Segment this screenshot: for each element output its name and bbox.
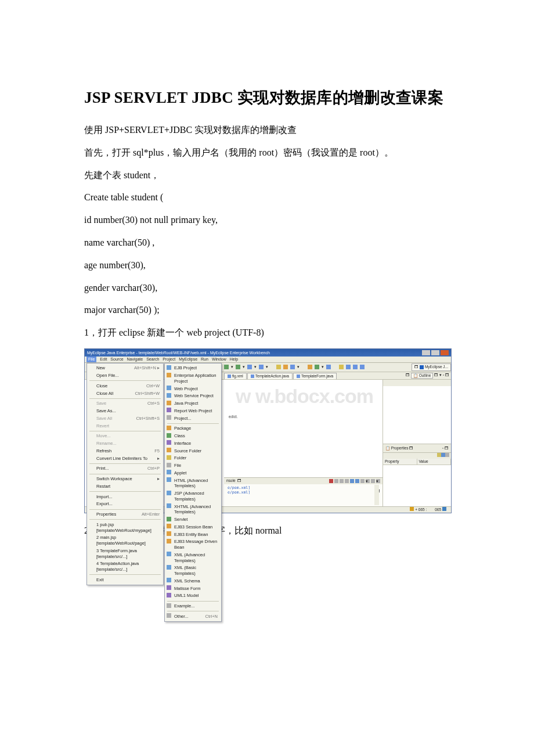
new-menu-item[interactable]: Report Web Project bbox=[165, 407, 221, 415]
perspective-button[interactable]: 🗖 MyEclipse J... bbox=[412, 363, 451, 370]
toolbar-icon[interactable] bbox=[346, 365, 351, 369]
toolbar-icon[interactable] bbox=[276, 365, 281, 369]
menubar-item-navigate[interactable]: Navigate bbox=[127, 357, 143, 362]
new-menu-item[interactable]: File bbox=[165, 462, 221, 470]
new-menu-item[interactable]: EJB3 Entity Bean bbox=[165, 531, 221, 538]
file-menu-item[interactable]: Print...Ctrl+P bbox=[87, 465, 163, 473]
new-submenu[interactable]: EJB ProjectEnterprise Application Projec… bbox=[164, 363, 222, 622]
editor-tab[interactable]: fig.xml bbox=[224, 373, 247, 379]
new-menu-item[interactable]: Matisse Form bbox=[165, 585, 221, 592]
file-menu-item[interactable]: Close AllCtrl+Shift+W bbox=[87, 390, 163, 397]
new-menu-item[interactable]: EJB3 Message Driven Bean bbox=[165, 538, 221, 552]
menubar-item-run[interactable]: Run bbox=[201, 357, 208, 362]
new-menu-item[interactable]: Source Folder bbox=[165, 447, 221, 455]
new-menu-item[interactable]: HTML (Advanced Templates) bbox=[165, 477, 221, 490]
console-tool-icon[interactable] bbox=[345, 479, 349, 483]
stop-icon[interactable] bbox=[329, 479, 333, 483]
para-6: name varchar(50) , bbox=[84, 236, 450, 250]
toolbar-icon[interactable] bbox=[308, 365, 312, 369]
file-menu-item[interactable]: 2 main.jsp [template/WebRoot/page] bbox=[87, 534, 163, 548]
file-menu-item: Move... bbox=[87, 433, 163, 440]
file-menu-item[interactable]: Import... bbox=[87, 493, 163, 501]
toolbar-icon[interactable] bbox=[360, 365, 365, 369]
file-menu-item[interactable]: Export... bbox=[87, 501, 163, 508]
close-icon[interactable] bbox=[441, 350, 449, 355]
new-menu-item[interactable]: XML (Advanced Templates) bbox=[165, 551, 221, 564]
console-tool-icon[interactable] bbox=[360, 479, 365, 483]
new-menu-item[interactable]: Java Project bbox=[165, 400, 221, 408]
menubar-item-edit[interactable]: Edit bbox=[100, 357, 107, 362]
properties-body bbox=[383, 465, 451, 506]
new-menu-item[interactable]: Enterprise Application Project bbox=[165, 372, 221, 386]
new-menu-item[interactable]: Servlet bbox=[165, 516, 221, 524]
new-menu-item[interactable]: XML Schema bbox=[165, 577, 221, 585]
toolbar-icon[interactable] bbox=[247, 365, 252, 369]
console-tool-icon[interactable] bbox=[340, 479, 344, 483]
scrollbar[interactable] bbox=[374, 485, 379, 505]
properties-tab[interactable]: Properties bbox=[391, 446, 409, 450]
console-panel: nsole 🗖 ▾ bbox=[224, 477, 383, 506]
outline-tab[interactable]: 📋 Outline bbox=[411, 373, 433, 379]
toolbar-icon[interactable] bbox=[339, 365, 344, 369]
menu-item-icon bbox=[167, 585, 171, 590]
file-menu-item[interactable]: 4 TemplateAction.java [template/src/...] bbox=[87, 560, 163, 574]
file-menu-item[interactable]: PropertiesAlt+Enter bbox=[87, 511, 163, 519]
new-menu-item[interactable]: XHTML (Advanced Templates) bbox=[165, 503, 221, 516]
new-menu-item[interactable]: EJB Project bbox=[165, 365, 221, 372]
file-menu-item[interactable]: Switch Workspace▸ bbox=[87, 476, 163, 483]
menubar-item-help[interactable]: Help bbox=[230, 357, 238, 362]
file-menu-item[interactable]: 1 pub.jsp [template/WebRoot/mypage] bbox=[87, 521, 163, 534]
new-menu-item[interactable]: Interface bbox=[165, 440, 221, 447]
menubar-item-project[interactable]: Project bbox=[163, 357, 175, 362]
menubar-item-source[interactable]: Source bbox=[110, 357, 123, 362]
toolbar-icon[interactable] bbox=[259, 365, 264, 369]
minimize-icon[interactable] bbox=[422, 350, 430, 355]
new-menu-item[interactable]: Web Service Project bbox=[165, 393, 221, 400]
file-menu-item: Revert bbox=[87, 422, 163, 430]
editor-tab[interactable]: TemplateForm.java bbox=[293, 373, 337, 379]
menubar-item-search[interactable]: Search bbox=[146, 357, 159, 362]
menubar-item-file[interactable]: File bbox=[86, 357, 96, 362]
file-menu-item[interactable]: 3 TemplateForm.java [template/src/...] bbox=[87, 547, 163, 560]
toolbar-icon[interactable] bbox=[353, 365, 358, 369]
new-menu-item[interactable]: Folder bbox=[165, 455, 221, 462]
file-icon bbox=[297, 375, 300, 378]
new-menu-item[interactable]: Project... bbox=[165, 415, 221, 422]
new-menu-item[interactable]: EJB3 Session Bean bbox=[165, 523, 221, 531]
new-menu-item[interactable]: XML (Basic Templates) bbox=[165, 564, 221, 578]
file-menu[interactable]: NewAlt+Shift+N ▸Open File...CloseCtrl+WC… bbox=[86, 363, 164, 585]
console-tool-icon[interactable] bbox=[334, 479, 338, 483]
console-tool-icon[interactable] bbox=[355, 479, 359, 483]
console-tool-icon[interactable] bbox=[350, 479, 354, 483]
file-menu-item[interactable]: Open File... bbox=[87, 372, 163, 380]
run-icon[interactable] bbox=[224, 365, 229, 369]
new-menu-item[interactable]: Class bbox=[165, 433, 221, 440]
toolbar-icon[interactable] bbox=[315, 365, 319, 369]
console-tool-icon[interactable] bbox=[371, 479, 375, 483]
toolbar-icon[interactable] bbox=[326, 365, 331, 369]
console-tab[interactable]: nsole bbox=[226, 478, 236, 483]
file-menu-item[interactable]: RefreshF5 bbox=[87, 447, 163, 455]
new-menu-item[interactable]: Example... bbox=[165, 603, 221, 610]
toolbar-icon[interactable] bbox=[290, 365, 295, 369]
file-menu-item[interactable]: Restart bbox=[87, 483, 163, 490]
menubar-item-window[interactable]: Window bbox=[212, 357, 226, 362]
debug-icon[interactable] bbox=[236, 365, 240, 369]
toolbar-icon[interactable] bbox=[283, 365, 288, 369]
file-menu-item[interactable]: NewAlt+Shift+N ▸ bbox=[87, 365, 163, 372]
new-menu-item[interactable]: Other...Ctrl+N bbox=[165, 613, 221, 620]
new-menu-item[interactable]: UML1 Model bbox=[165, 592, 221, 600]
new-menu-item[interactable]: Package bbox=[165, 425, 221, 433]
file-menu-item[interactable]: Exit bbox=[87, 576, 163, 584]
new-menu-item[interactable]: Web Project bbox=[165, 385, 221, 393]
file-menu-item[interactable]: Save As... bbox=[87, 408, 163, 415]
file-menu-item[interactable]: CloseCtrl+W bbox=[87, 382, 163, 390]
maximize-icon[interactable] bbox=[431, 350, 439, 355]
editor-tab[interactable]: TemplateAction.java bbox=[247, 373, 293, 379]
new-menu-item[interactable]: Applet bbox=[165, 469, 221, 477]
props-col-value: Value bbox=[417, 459, 452, 465]
file-menu-item[interactable]: Convert Line Delimiters To▸ bbox=[87, 455, 163, 462]
new-menu-item[interactable]: JSP (Advanced Templates) bbox=[165, 490, 221, 503]
menubar[interactable]: FileEditSourceNavigateSearchProjectMyEcl… bbox=[85, 357, 451, 363]
menubar-item-myeclipse[interactable]: MyEclipse bbox=[179, 357, 197, 362]
